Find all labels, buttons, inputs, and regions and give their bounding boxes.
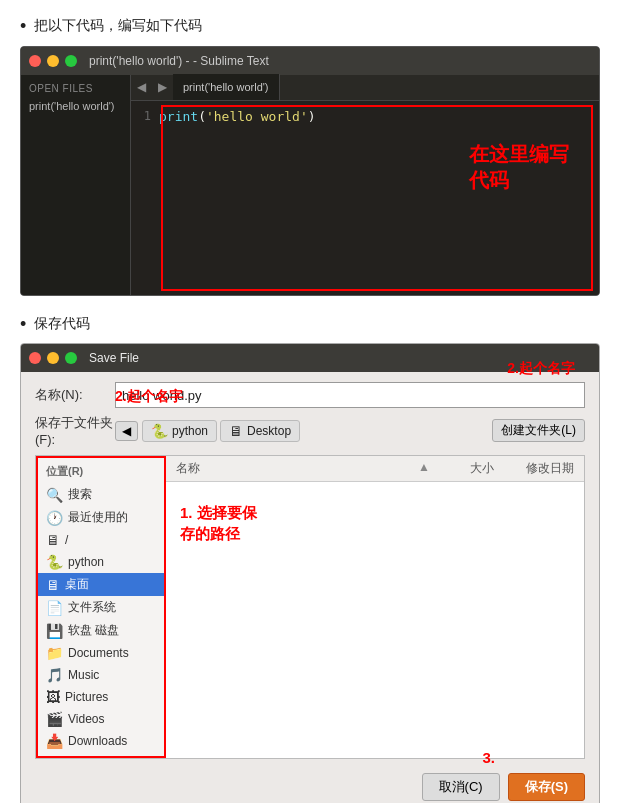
annotation2-text: 2.起个名字 — [115, 388, 183, 404]
files-content: 1. 选择要保存的路径 — [166, 482, 584, 682]
places-panel-wrapper: 位置(R) 🔍搜索 🕐最近使用的 🖥/ 🐍python — [36, 456, 166, 758]
sublime-titlebar: print('hello world') - - Sublime Text — [21, 47, 599, 75]
places-item-floppy[interactable]: 💾软盘 磁盘 — [36, 619, 165, 642]
dialog-buttons: 3. 取消(C) 保存(S) — [35, 767, 585, 803]
tl-yellow-icon[interactable] — [47, 55, 59, 67]
editor-content[interactable]: 1 print('hello world') 在这里编写代码 — [131, 101, 599, 295]
sidebar-file-item[interactable]: print('hello world') — [21, 98, 130, 114]
code-annotation-text: 在这里编写代码 — [469, 141, 569, 193]
places-item-music[interactable]: 🎵Music — [36, 664, 165, 686]
sublime-title: print('hello world') - - Sublime Text — [89, 54, 591, 68]
annotation3-text: 3. — [482, 749, 495, 766]
bullet-1: • — [20, 16, 26, 38]
create-folder-button[interactable]: 创建文件夹(L) — [492, 419, 585, 442]
dialog-tl-yellow[interactable] — [47, 352, 59, 364]
code-annotation-box — [161, 105, 593, 291]
name-label: 名称(N): — [35, 386, 115, 404]
section2-label: 保存代码 — [34, 314, 90, 334]
places-item-desktop[interactable]: 🖥桌面 — [36, 573, 165, 596]
dialog-body: 名称(N): 2.起个名字 2.起个名字 保存于文件夹(F): ◀ 🐍 pyth… — [21, 372, 599, 803]
tab-item-hello[interactable]: print('hello world') — [173, 74, 280, 100]
files-col-name: 名称 — [176, 460, 418, 477]
tl-green-icon[interactable] — [65, 55, 77, 67]
places-item-filesystem[interactable]: 📄文件系统 — [36, 596, 165, 619]
files-col-date: 修改日期 — [494, 460, 574, 477]
dialog-tl-red[interactable] — [29, 352, 41, 364]
location-label: 保存于文件夹(F): — [35, 414, 115, 447]
name-annotation-text: 2.起个名字 — [507, 360, 575, 378]
tab-nav-left[interactable]: ◀ — [131, 80, 152, 94]
places-item-pictures[interactable]: 🖼Pictures — [36, 686, 165, 708]
tab-bar: ◀ ▶ print('hello world') — [131, 75, 599, 101]
sublime-sidebar: OPEN FILES print('hello world') — [21, 75, 131, 295]
files-panel: 名称 ▲ 大小 修改日期 1. 选择要保存的路径 — [166, 456, 584, 758]
places-item-python[interactable]: 🐍python — [36, 551, 165, 573]
places-item-downloads[interactable]: 📥Downloads — [36, 730, 165, 752]
annotation2-row: 2.起个名字 — [115, 388, 585, 406]
tl-red-icon[interactable] — [29, 55, 41, 67]
section1-label: 把以下代码，编写如下代码 — [34, 16, 202, 36]
places-item-videos[interactable]: 🎬Videos — [36, 708, 165, 730]
section-write-code: • 把以下代码，编写如下代码 print('hello world') - - … — [20, 16, 612, 296]
places-header: 位置(R) — [36, 462, 165, 483]
location-row: 保存于文件夹(F): ◀ 🐍 python 🖥 Desktop 创建文件夹(L) — [35, 414, 585, 447]
places-item-recent[interactable]: 🕐最近使用的 — [36, 506, 165, 529]
line-number: 1 — [131, 109, 159, 123]
open-files-label: OPEN FILES — [21, 81, 130, 98]
files-header: 名称 ▲ 大小 修改日期 — [166, 456, 584, 482]
places-item-documents[interactable]: 📁Documents — [36, 642, 165, 664]
places-item-search[interactable]: 🔍搜索 — [36, 483, 165, 506]
sublime-window: print('hello world') - - Sublime Text OP… — [20, 46, 600, 296]
places-item-root[interactable]: 🖥/ — [36, 529, 165, 551]
save-dialog: Save File 名称(N): 2.起个名字 2.起个名字 保存于文件夹(F)… — [20, 343, 600, 803]
file-browser: 位置(R) 🔍搜索 🕐最近使用的 🖥/ 🐍python — [35, 455, 585, 759]
location-nav-left[interactable]: ◀ — [115, 421, 138, 441]
files-col-size: 大小 — [434, 460, 494, 477]
save-button[interactable]: 保存(S) — [508, 773, 585, 801]
bullet-2: • — [20, 314, 26, 336]
annotation1-text: 1. 选择要保存的路径 — [180, 502, 257, 544]
dialog-title: Save File — [89, 351, 139, 365]
location-crumb-python[interactable]: 🐍 python — [142, 420, 217, 442]
tab-nav-right[interactable]: ▶ — [152, 80, 173, 94]
cancel-button[interactable]: 取消(C) — [422, 773, 500, 801]
sort-arrow: ▲ — [418, 460, 430, 477]
code-text: print('hello world') — [159, 109, 316, 124]
editor-area: ◀ ▶ print('hello world') 1 print('hello … — [131, 75, 599, 295]
location-crumb-desktop[interactable]: 🖥 Desktop — [220, 420, 300, 442]
places-panel: 位置(R) 🔍搜索 🕐最近使用的 🖥/ 🐍python — [36, 456, 166, 758]
code-line-1: 1 print('hello world') — [131, 109, 599, 124]
section-save-code: • 保存代码 Save File 名称(N): 2.起个名字 2.起个名字 — [20, 314, 612, 803]
sublime-body: OPEN FILES print('hello world') ◀ ▶ prin… — [21, 75, 599, 295]
dialog-tl-green[interactable] — [65, 352, 77, 364]
